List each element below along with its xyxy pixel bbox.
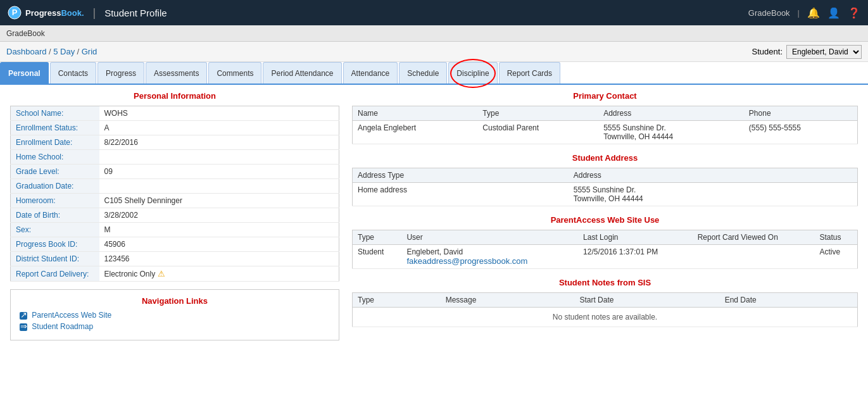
primary-contact-section: Primary Contact Name Type Address Phone … [352, 91, 858, 144]
field-label: Home School: [11, 150, 99, 165]
tab-assessments[interactable]: Assessments [146, 62, 207, 84]
student-selector: Student: Englebert, David [752, 45, 862, 59]
field-value: 45906 [99, 237, 339, 252]
right-panel: Primary Contact Name Type Address Phone … [352, 91, 858, 340]
col-pa-type: Type [353, 230, 402, 245]
contact-address: 5555 Sunshine Dr.Townville, OH 44444 [598, 121, 744, 144]
svg-text:⇒: ⇒ [20, 323, 27, 331]
field-value: 09 [99, 165, 339, 179]
contact-name: Angela Englebert [353, 121, 478, 144]
main-content: Personal Information School Name:WOHSEnr… [0, 85, 868, 347]
sub-navigation: GradeBook [0, 25, 868, 42]
top-navigation: P ProgressBook. | Student Profile GradeB… [0, 0, 868, 25]
field-value [99, 150, 339, 165]
pa-user: Englebert, David fakeaddress@progressboo… [401, 245, 578, 269]
pa-last-login: 12/5/2016 1:37:01 PM [578, 245, 693, 269]
col-phone: Phone [744, 106, 858, 121]
student-roadmap-link[interactable]: ⇒ Student Roadmap [20, 322, 330, 331]
nav-separator: | [798, 8, 800, 18]
breadcrumb-grid[interactable]: Grid [82, 47, 97, 56]
tab-discipline[interactable]: Discipline [448, 62, 497, 84]
col-notes-start: Start Date [574, 293, 719, 308]
student-address-section: Student Address Address Type Address Hom… [352, 153, 858, 206]
field-value [99, 179, 339, 194]
parentaccess-row: Student Englebert, David fakeaddress@pro… [353, 245, 858, 269]
contact-type: Custodial Parent [477, 121, 598, 144]
field-value: WOHS [99, 106, 339, 121]
no-notes-text: No student notes are available. [353, 308, 858, 327]
parentaccess-table: Type User Last Login Report Card Viewed … [352, 230, 858, 269]
tab-schedule[interactable]: Schedule [399, 62, 447, 84]
tab-personal[interactable]: Personal [0, 62, 49, 84]
primary-contact-title: Primary Contact [352, 91, 858, 101]
tab-bar: Personal Contacts Progress Assessments C… [0, 62, 868, 85]
svg-text:↗: ↗ [20, 312, 27, 320]
logo-text: ProgressBook. [25, 7, 84, 18]
address-type: Home address [353, 183, 569, 206]
logo: P ProgressBook. [8, 6, 84, 20]
field-value: A [99, 121, 339, 135]
nav-links-title: Navigation Links [20, 296, 330, 306]
col-pa-user: User [401, 230, 578, 245]
breadcrumb-fiveday[interactable]: 5 Day [53, 47, 75, 56]
breadcrumb-dashboard[interactable]: Dashboard [6, 47, 47, 56]
col-notes-type: Type [353, 293, 441, 308]
student-address-table: Address Type Address Home address 5555 S… [352, 168, 858, 206]
top-nav-left: P ProgressBook. | Student Profile [8, 6, 167, 20]
col-address-type: Address Type [353, 168, 569, 183]
breadcrumb-sep2: / [77, 47, 82, 56]
primary-contact-table: Name Type Address Phone Angela Englebert… [352, 106, 858, 144]
parentaccess-icon: ↗ [20, 312, 27, 320]
personal-info-row: Grade Level:09 [11, 165, 339, 179]
tab-comments[interactable]: Comments [208, 62, 261, 84]
field-label: Progress Book ID: [11, 237, 99, 252]
contact-row: Angela Englebert Custodial Parent 5555 S… [353, 121, 858, 144]
field-label: Graduation Date: [11, 179, 99, 194]
personal-info-row: Graduation Date: [11, 179, 339, 194]
col-address-val: Address [569, 168, 858, 183]
parentaccess-link[interactable]: ↗ ParentAccess Web Site [20, 311, 330, 320]
personal-info-table: School Name:WOHSEnrollment Status:AEnrol… [10, 106, 339, 282]
personal-info-row: Enrollment Status:A [11, 121, 339, 135]
discipline-highlight-circle [450, 59, 496, 88]
nav-divider: | [93, 6, 96, 20]
navigation-links-box: Navigation Links ↗ ParentAccess Web Site… [10, 289, 339, 340]
bell-icon[interactable]: 🔔 [807, 7, 820, 19]
gradebook-link[interactable]: GradeBook [748, 8, 790, 18]
tab-progress[interactable]: Progress [97, 62, 144, 84]
contact-phone: (555) 555-5555 [744, 121, 858, 144]
col-address: Address [598, 106, 744, 121]
field-label: Report Card Delivery: [11, 266, 99, 282]
tab-attendance[interactable]: Attendance [343, 62, 398, 84]
field-label: School Name: [11, 106, 99, 121]
tab-period-attendance[interactable]: Period Attendance [263, 62, 341, 84]
personal-info-row: Homeroom:C105 Shelly Denninger [11, 194, 339, 208]
field-label: Grade Level: [11, 165, 99, 179]
field-value: M [99, 223, 339, 237]
personal-info-row: Sex:M [11, 223, 339, 237]
field-value: 123456 [99, 252, 339, 266]
no-notes-row: No student notes are available. [353, 308, 858, 327]
pa-email[interactable]: fakeaddress@progressbook.com [406, 256, 527, 266]
personal-info-row: Report Card Delivery:Electronic Only ⚠ [11, 266, 339, 282]
tab-contacts[interactable]: Contacts [50, 62, 96, 84]
field-value: 3/28/2002 [99, 208, 339, 223]
student-label: Student: [752, 47, 783, 56]
personal-info-row: Home School: [11, 150, 339, 165]
col-name: Name [353, 106, 478, 121]
personal-info-row: School Name:WOHS [11, 106, 339, 121]
user-icon[interactable]: 👤 [827, 7, 840, 19]
field-label: Homeroom: [11, 194, 99, 208]
field-label: Enrollment Date: [11, 135, 99, 150]
warning-icon: ⚠ [158, 269, 165, 278]
col-type: Type [477, 106, 598, 121]
question-icon[interactable]: ❓ [848, 7, 860, 19]
parentaccess-title: ParentAccess Web Site Use [352, 215, 858, 225]
field-value: Electronic Only ⚠ [99, 266, 339, 282]
pa-status: Active [814, 245, 857, 269]
field-label: Date of Birth: [11, 208, 99, 223]
student-notes-section: Student Notes from SIS Type Message Star… [352, 278, 858, 327]
top-nav-right: GradeBook | 🔔 👤 ❓ [748, 7, 860, 19]
tab-report-cards[interactable]: Report Cards [499, 62, 560, 84]
student-dropdown[interactable]: Englebert, David [786, 45, 862, 59]
